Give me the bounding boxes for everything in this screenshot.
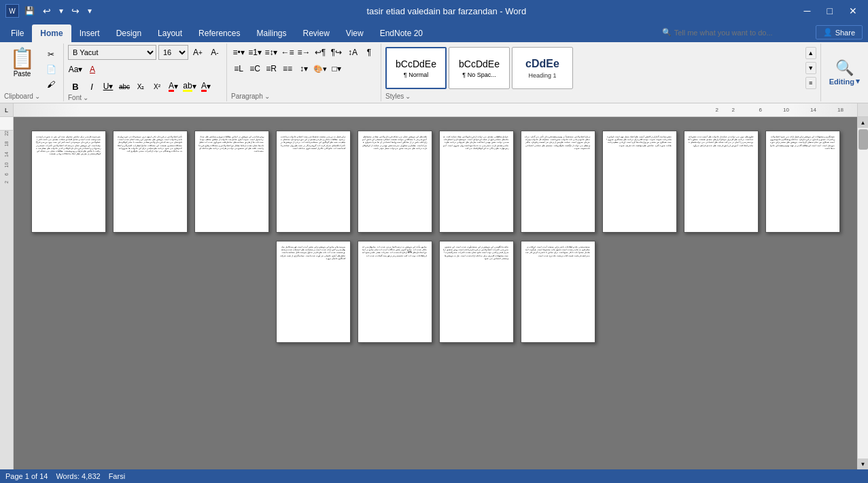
page-3[interactable]: روش شناسی این پژوهش بر اساس مطالعات مورد…: [194, 131, 269, 233]
minimize-button[interactable]: ─: [799, 4, 816, 18]
underline-button[interactable]: U▾: [101, 79, 116, 94]
customize-qat-button[interactable]: ▾: [85, 5, 94, 17]
justify-button[interactable]: ≡≡: [280, 61, 295, 76]
style-heading1[interactable]: cDdEe Heading 1: [512, 47, 573, 89]
align-center-button[interactable]: ≡C: [247, 61, 262, 76]
styles-label[interactable]: Styles ⌄: [385, 93, 816, 100]
italic-button[interactable]: I: [84, 79, 99, 94]
style-no-spacing[interactable]: bCcDdEe ¶ No Spac...: [449, 47, 510, 89]
share-button[interactable]: 👤 Share: [816, 25, 863, 39]
align-right-button[interactable]: ≡R: [264, 61, 279, 76]
strikethrough-button[interactable]: abc: [117, 79, 132, 94]
sort-button[interactable]: ↕A: [345, 45, 360, 60]
tab-layout[interactable]: Layout: [150, 24, 190, 42]
undo-button[interactable]: ↩: [40, 4, 54, 18]
page-6[interactable]: عوامل محافظتی متعددی می توانند از فرزندا…: [439, 131, 514, 233]
styles-scroll-down[interactable]: ▼: [805, 62, 816, 74]
clear-format-button[interactable]: A: [85, 62, 100, 77]
ltr-button[interactable]: ↩¶: [313, 45, 328, 60]
page-8[interactable]: نقش سیاست گذاران در کاهش آسیب های اعتیاد…: [602, 131, 677, 233]
multilevel-button[interactable]: ≡↕▾: [264, 45, 279, 60]
page-8-content: نقش سیاست گذاران در کاهش آسیب های اعتیاد…: [607, 135, 672, 147]
copy-button[interactable]: 📄: [43, 63, 59, 76]
page-14[interactable]: صفحه پشتی جلد و اطلاعات ناشر در این صفحه…: [521, 241, 595, 343]
editing-label[interactable]: Editing ▾: [829, 77, 860, 86]
font-name-select[interactable]: B Yacut: [68, 45, 156, 60]
shrink-font-button[interactable]: A-: [207, 45, 222, 60]
paste-button[interactable]: 📋 Paste: [4, 45, 40, 79]
ruler-corner[interactable]: L: [0, 103, 14, 116]
font-color-button[interactable]: A▾: [166, 79, 181, 94]
font-label[interactable]: Font ⌄: [68, 94, 222, 101]
text-highlight-button[interactable]: A▾: [198, 79, 213, 94]
scroll-up-button[interactable]: ▲: [858, 117, 869, 128]
page-9-content: فناوری های نوین می توانند در حمایت از خا…: [689, 135, 754, 147]
clipboard-label[interactable]: Clipboard ⌄: [4, 93, 59, 100]
ruler: L 18 14 10 6 2 2: [0, 103, 868, 117]
save-button[interactable]: 💾: [22, 5, 37, 17]
tab-view[interactable]: View: [338, 24, 372, 42]
page-11[interactable]: پیوست ها و منابع این پژوهش در این بخش آم…: [276, 241, 351, 343]
change-case-button[interactable]: Aa▾: [68, 62, 83, 77]
document-area[interactable]: متن نمونه فارسی برای نمایش محتوای سند. ا…: [14, 117, 857, 469]
grow-font-button[interactable]: A+: [190, 45, 205, 60]
styles-section: bCcDdEe ¶ Normal bCcDdEe ¶ No Spac... cD…: [381, 44, 821, 101]
cut-button[interactable]: ✂: [43, 48, 59, 61]
ribbon-tabs: File Home Insert Design Layout Reference…: [0, 22, 431, 42]
page-10-content: نتیجه گیری و پیشنهادات این پژوهش در این …: [770, 135, 835, 150]
paste-icon: 📋: [10, 46, 35, 70]
styles-scroll-up[interactable]: ▲: [805, 47, 816, 59]
show-pilcrow-button[interactable]: ¶: [362, 45, 377, 60]
page-1[interactable]: متن نمونه فارسی برای نمایش محتوای سند. ا…: [31, 131, 106, 233]
paragraph-label[interactable]: Paragraph ⌄: [231, 93, 377, 100]
close-button[interactable]: ✕: [844, 4, 863, 18]
paragraph-section: ≡•▾ ≡1▾ ≡↕▾ ←≡ ≡→ ↩¶ ¶↪ ↕A ¶ ≡L ≡C ≡R ≡≡…: [227, 44, 381, 101]
page-12[interactable]: منابع و مأخذ این پژوهش به ترتیب الفبا مر…: [358, 241, 432, 343]
tell-me-input[interactable]: [674, 29, 810, 37]
styles-more-button[interactable]: ≡: [805, 77, 816, 89]
page-7[interactable]: درمان اعتیاد والدین مستقیماً بر بهبود وض…: [521, 131, 595, 233]
page-10[interactable]: نتیجه گیری و پیشنهادات این پژوهش در این …: [765, 131, 840, 233]
page-13[interactable]: چکیده انگلیسی این پژوهش در این صفحه آورد…: [439, 241, 514, 343]
tab-mailings[interactable]: Mailings: [248, 24, 294, 42]
vertical-ruler-marks: 2 6 10 14 18 22: [4, 131, 9, 189]
ruler-mark-2: 2: [732, 107, 735, 113]
page-5[interactable]: یافته های این پژوهش نشان می دهد که فرزند…: [358, 131, 432, 233]
format-painter-button[interactable]: 🖌: [43, 78, 59, 91]
tab-insert[interactable]: Insert: [71, 24, 108, 42]
align-left-button[interactable]: ≡L: [231, 61, 246, 76]
highlight-color-button[interactable]: ab▾: [182, 79, 197, 94]
tab-design[interactable]: Design: [108, 24, 150, 42]
font-size-select[interactable]: 16: [158, 45, 188, 60]
bold-button[interactable]: B: [68, 79, 83, 94]
tab-references[interactable]: References: [190, 24, 248, 42]
superscript-button[interactable]: X²: [150, 79, 164, 94]
subscript-button[interactable]: X₂: [133, 79, 148, 94]
scroll-down-button[interactable]: ▼: [858, 459, 869, 469]
redo-button[interactable]: ↪: [69, 4, 82, 18]
tab-file[interactable]: File: [3, 24, 32, 42]
tab-endnote[interactable]: EndNote 20: [372, 24, 431, 42]
numbering-button[interactable]: ≡1▾: [247, 45, 262, 60]
main-area: 2 6 10 14 18 22 متن نمونه فارسی برای نما…: [0, 117, 868, 469]
page-4[interactable]: در این فصل به بررسی پیشینه تحقیقات در زم…: [276, 131, 351, 233]
bullets-button[interactable]: ≡•▾: [231, 45, 246, 60]
style-no-spacing-preview: bCcDdEe: [459, 59, 500, 69]
maximize-button[interactable]: □: [822, 4, 838, 18]
style-normal[interactable]: bCcDdEe ¶ Normal: [385, 47, 447, 89]
page-3-content: روش شناسی این پژوهش بر اساس مطالعات مورد…: [199, 135, 264, 152]
increase-indent-button[interactable]: ≡→: [296, 45, 311, 60]
decrease-indent-button[interactable]: ←≡: [280, 45, 295, 60]
border-button[interactable]: □▾: [329, 61, 344, 76]
page-2[interactable]: تأثیر اعتیاد والدین بر فرزندان یکی از مه…: [113, 131, 188, 233]
page-count: Page 1 of 14: [5, 472, 48, 480]
line-spacing-button[interactable]: ↕▾: [296, 61, 311, 76]
page-13-content: چکیده انگلیسی این پژوهش در این صفحه آورد…: [444, 246, 509, 260]
undo-dropdown-button[interactable]: ▾: [56, 5, 66, 17]
scroll-thumb[interactable]: [858, 129, 868, 150]
tab-review[interactable]: Review: [294, 24, 337, 42]
page-9[interactable]: فناوری های نوین می توانند در حمایت از خا…: [684, 131, 759, 233]
tab-home[interactable]: Home: [32, 24, 71, 42]
shading-button[interactable]: 🎨▾: [313, 61, 328, 76]
rtl-button[interactable]: ¶↪: [329, 45, 344, 60]
